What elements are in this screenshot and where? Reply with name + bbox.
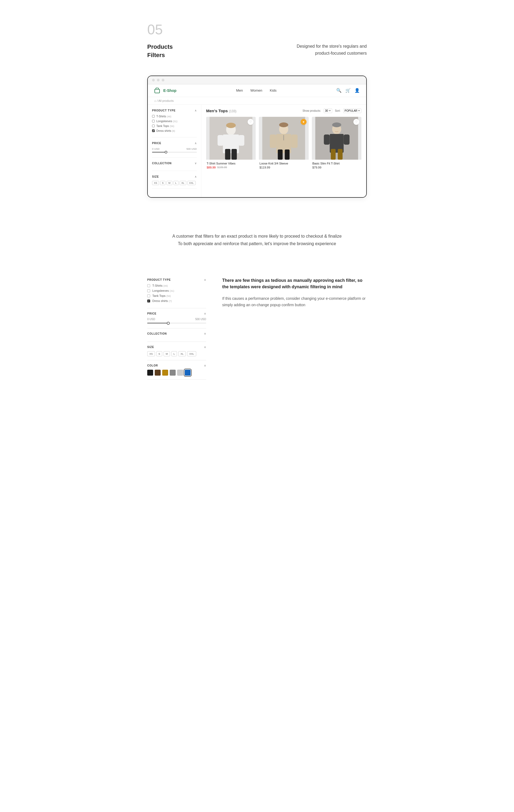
exp-item-longsleeves[interactable]: Longsleeves (31)	[147, 289, 206, 292]
browser-dot-red	[152, 79, 155, 82]
exp-cb-tanktops[interactable]	[147, 294, 150, 297]
panel-heading: There are few things as tedious as manua…	[222, 277, 367, 290]
svg-rect-4	[218, 135, 223, 146]
color-brown[interactable]	[155, 370, 161, 376]
exp-filter-size-header[interactable]: SIZE ∧	[147, 346, 206, 349]
browser-dot-yellow	[157, 79, 159, 82]
exp-size-l[interactable]: L	[171, 351, 177, 356]
cart-icon[interactable]: 🛒	[345, 88, 351, 93]
section-header: Products Filters Designed for the store'…	[147, 43, 367, 59]
exp-cb-longsleeves[interactable]	[147, 289, 150, 292]
price-regular-3: $79.99	[312, 166, 322, 169]
svg-point-8	[226, 123, 236, 128]
product-prices-3: $79.99	[312, 166, 361, 169]
exp-size-m[interactable]: M	[163, 351, 170, 356]
search-icon[interactable]: 🔍	[336, 88, 341, 93]
nav-women[interactable]: Women	[250, 88, 262, 92]
exp-filter-product-type: PRODUCT TYPE ∧ T-Shirts (46) Longsleeves…	[147, 274, 206, 308]
shop-logo: E-Shop	[154, 88, 176, 93]
color-lightgray[interactable]	[177, 370, 183, 376]
color-gold[interactable]	[162, 370, 168, 376]
color-blue[interactable]	[185, 370, 191, 376]
color-black[interactable]	[147, 370, 153, 376]
svg-point-16	[279, 122, 288, 127]
filter-product-type-header[interactable]: PRODUCT TYPE ∧	[152, 109, 197, 112]
show-select[interactable]: 30 60	[324, 109, 332, 113]
product-card-1[interactable]: ♡ T-Shirt Summer Vibes $89.99 $189.99	[206, 117, 256, 170]
exp-filter-price-header[interactable]: PRICE ∧	[147, 312, 206, 315]
filter-collection-header[interactable]: COLLECTION ∨	[152, 162, 197, 165]
size-l[interactable]: L	[174, 181, 179, 185]
exp-size-xxl[interactable]: XXL	[187, 351, 196, 356]
size-xs[interactable]: XS	[152, 181, 159, 185]
nav-men[interactable]: Men	[236, 88, 243, 92]
nav-kids[interactable]: Kids	[270, 88, 276, 92]
exp-filter-product-type-header[interactable]: PRODUCT TYPE ∧	[147, 278, 206, 281]
price-slider[interactable]	[152, 152, 197, 152]
favorite-btn-1[interactable]: ♡	[248, 119, 253, 125]
filter-checkbox-tshirts[interactable]	[152, 115, 155, 118]
price-original-1: $189.99	[217, 166, 227, 169]
product-name-1: T-Shirt Summer Vibes	[207, 162, 255, 165]
filter-checkbox-longsleeves[interactable]	[152, 120, 155, 122]
shop-nav: E-Shop Men Women Kids 🔍 🛒 👤	[148, 84, 366, 97]
filter-size-header[interactable]: SIZE ∧	[152, 175, 197, 178]
size-xxl[interactable]: XXL	[187, 181, 196, 185]
filter-item-dressshirts[interactable]: Dress shirts (8)	[152, 129, 197, 132]
svg-rect-13	[291, 135, 298, 148]
exp-size-xl[interactable]: XL	[178, 351, 186, 356]
section-title: Products Filters	[147, 43, 173, 59]
exp-cb-dressshirts[interactable]	[147, 299, 150, 302]
products-count: (133)	[229, 109, 236, 113]
main-content: Men's Tops (133) Show products: 30 60 So…	[201, 105, 366, 197]
size-m[interactable]: M	[167, 181, 173, 185]
product-card-2[interactable]: ♥ Loose Knit 3/4 Sleeve $119.99	[259, 117, 308, 170]
browser-mockup: E-Shop Men Women Kids 🔍 🛒 👤 ⌂ / All prod…	[147, 76, 367, 198]
filter-checkbox-dressshirts[interactable]	[152, 129, 155, 132]
exp-size-xs[interactable]: XS	[147, 351, 155, 356]
user-icon[interactable]: 👤	[355, 88, 360, 93]
svg-rect-6	[225, 149, 231, 160]
favorite-btn-2[interactable]: ♥	[301, 119, 306, 125]
color-gray[interactable]	[170, 370, 176, 376]
shop-body: PRODUCT TYPE ∧ T-Shirts (46) Longsleeves…	[148, 105, 366, 197]
browser-dot-green	[162, 79, 164, 82]
exp-filter-color-header[interactable]: COLOR ∧	[147, 364, 206, 367]
chevron-up-size-icon: ∧	[194, 175, 197, 178]
filter-checkbox-tanktops[interactable]	[152, 124, 155, 127]
breadcrumb: ⌂ / All products	[148, 97, 366, 105]
svg-rect-5	[239, 135, 244, 146]
size-s[interactable]: S	[160, 181, 165, 185]
logo-text: E-Shop	[163, 88, 176, 93]
exp-size-buttons: XS S M L XL XXL	[147, 351, 206, 356]
chevron-up-icon: ∧	[194, 109, 197, 112]
exp-item-dressshirts[interactable]: Dress shirts (7)	[147, 299, 206, 302]
nav-icons: 🔍 🛒 👤	[336, 88, 360, 93]
favorite-btn-3[interactable]: ♡	[353, 119, 359, 125]
exp-chevron-up-price-icon: ∧	[204, 312, 206, 315]
product-prices-1: $89.99 $189.99	[207, 166, 255, 169]
filter-item-tanktops[interactable]: Tank Tops (56)	[152, 124, 197, 127]
mid-section-text: A customer that filters for an exact pro…	[147, 219, 367, 261]
sort-select[interactable]: POPULAR NEWEST	[343, 109, 361, 113]
exp-cb-tshirts[interactable]	[147, 284, 150, 287]
exp-item-tanktops[interactable]: Tank Tops (56)	[147, 294, 206, 297]
chevron-up-price-icon: ∧	[194, 142, 197, 145]
exp-price-slider[interactable]	[147, 323, 206, 323]
product-card-3[interactable]: ♡ Basic Slim Fit T-Shirt $79.99	[312, 117, 361, 170]
home-icon[interactable]: ⌂	[154, 99, 156, 102]
expanded-filter-panel: PRODUCT TYPE ∧ T-Shirts (46) Longsleeves…	[147, 274, 206, 380]
exp-size-s[interactable]: S	[156, 351, 162, 356]
filter-item-tshirts[interactable]: T-Shirts (46)	[152, 115, 197, 118]
filter-item-longsleeves[interactable]: Longsleeves (31)	[152, 119, 197, 123]
product-name-2: Loose Knit 3/4 Sleeve	[260, 162, 308, 165]
size-xl[interactable]: XL	[180, 181, 186, 185]
exp-chevron-up-color-icon: ∧	[204, 364, 206, 367]
exp-item-tshirts[interactable]: T-Shirts (46)	[147, 284, 206, 287]
exp-filter-collection-header[interactable]: COLLECTION ∨	[147, 332, 206, 335]
filter-price-header[interactable]: PRICE ∧	[152, 142, 197, 145]
breadcrumb-label[interactable]: All products	[158, 99, 174, 102]
price-range: 0 USD 500 USD	[152, 147, 197, 150]
products-title: Men's Tops (133)	[206, 109, 236, 113]
sort-label: Sort:	[335, 109, 340, 112]
